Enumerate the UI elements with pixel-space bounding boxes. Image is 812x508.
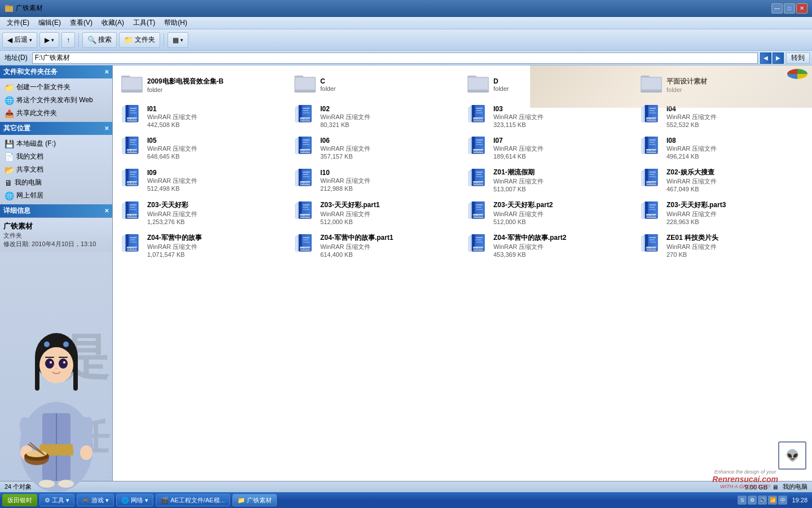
menu-view[interactable]: 查看(V) (65, 17, 97, 29)
svg-rect-176 (476, 204, 483, 205)
minimize-button[interactable]: — (771, 3, 783, 14)
taskbar-games[interactable]: 🎮 游戏 ▾ (77, 494, 114, 506)
up-button[interactable]: ↑ (61, 32, 75, 48)
rar-file-icon: WinRAR (467, 234, 490, 257)
sidebar-item-publish[interactable]: 🌐 将这个文件夹发布到 Web (0, 94, 112, 107)
list-item[interactable]: WinRAR I04WinRAR 压缩文件552,532 KB (637, 102, 807, 131)
sidebar-item-mycomputer[interactable]: 🖥 我的电脑 (0, 176, 112, 189)
folder-file-icon (641, 73, 663, 96)
list-item[interactable]: WinRAR ZE01 科技类片头WinRAR 压缩文件270 KB (637, 230, 807, 261)
menu-tools[interactable]: 工具(T) (129, 17, 160, 29)
list-item[interactable]: WinRAR Z03-天天好彩.part3WinRAR 压缩文件228,963 … (637, 198, 807, 228)
file-type-label: WinRAR 压缩文件 (320, 243, 393, 251)
list-item[interactable]: WinRAR I10WinRAR 压缩文件212,988 KB (290, 165, 461, 195)
start-label: 坂田银时 (7, 496, 32, 505)
list-item[interactable]: Cfolder (290, 70, 461, 99)
views-button[interactable]: ▦ ▾ (167, 32, 188, 48)
list-item[interactable]: 平面设计素材folder (637, 70, 807, 99)
list-item[interactable]: WinRAR Z04-军营中的故事.part1WinRAR 压缩文件614,40… (290, 230, 461, 261)
list-item[interactable]: WinRAR I08WinRAR 压缩文件496,214 KB (637, 133, 807, 163)
start-button[interactable]: 坂田银时 (2, 494, 37, 506)
taskbar-tools[interactable]: ⚙ 工具 ▾ (39, 494, 74, 506)
anime-character-area: 是 任 (0, 252, 112, 492)
tray-icon-network[interactable]: 📶 (768, 496, 777, 505)
rar-file-icon: WinRAR (641, 137, 663, 159)
svg-rect-45 (642, 78, 661, 89)
sidebar-item-network[interactable]: 🌐 网上邻居 (0, 189, 112, 202)
address-input[interactable] (32, 52, 758, 64)
list-item[interactable]: WinRAR I03WinRAR 压缩文件323,115 KB (464, 102, 634, 131)
address-forward-arrow[interactable]: ▶ (773, 52, 784, 64)
svg-rect-194 (130, 237, 136, 238)
file-type-label: WinRAR 压缩文件 (667, 243, 718, 251)
sidebar-item-share[interactable]: 📤 共享此文件夹 (0, 107, 112, 120)
list-item[interactable]: WinRAR Z02-娱乐大搜查WinRAR 压缩文件467,049 KB (637, 165, 807, 195)
sidebar-item-drive-f[interactable]: 💾 本地磁盘 (F:) (0, 137, 112, 150)
tray-icon-1[interactable]: S (738, 496, 747, 505)
list-item[interactable]: WinRAR Z04-军营中的故事WinRAR 压缩文件1,071,547 KB (117, 230, 288, 261)
svg-rect-41 (469, 78, 488, 89)
file-name-label: I04 (667, 105, 717, 113)
menu-edit[interactable]: 编辑(E) (34, 17, 65, 29)
list-item[interactable]: WinRAR I05WinRAR 压缩文件648,645 KB (117, 133, 288, 163)
sidebar-item-newfolder[interactable]: 📁 创建一个新文件夹 (0, 81, 112, 94)
list-item[interactable]: WinRAR Z03-天天好彩WinRAR 压缩文件1,253,276 KB (117, 198, 288, 228)
sidebar-item-mydocs[interactable]: 📄 我的文档 (0, 150, 112, 163)
menu-help[interactable]: 帮助(H) (160, 17, 192, 29)
games-label: 游戏 ▾ (91, 496, 109, 505)
file-name-label: 2009电影电视音效全集-B (147, 77, 223, 86)
svg-rect-204 (303, 239, 308, 240)
svg-rect-9 (73, 357, 78, 391)
list-item[interactable]: WinRAR I02WinRAR 压缩文件80,321 KB (290, 102, 461, 131)
window-controls: — □ ✕ (771, 3, 807, 14)
svg-rect-158 (130, 204, 136, 205)
list-item[interactable]: WinRAR I07WinRAR 压缩文件189,614 KB (464, 133, 634, 163)
list-item[interactable]: 2009电影电视音效全集-Bfolder (117, 70, 288, 99)
taskbar-clock: 19:28 (789, 497, 810, 503)
folder-task-label: 广铁素材 (247, 496, 272, 505)
file-name-label: I02 (320, 105, 370, 113)
search-button[interactable]: 🔍 搜索 (82, 32, 117, 48)
list-item[interactable]: WinRAR I09WinRAR 压缩文件512,498 KB (117, 165, 288, 195)
list-item[interactable]: WinRAR Z04-军营中的故事.part2WinRAR 压缩文件453,36… (464, 230, 634, 261)
list-item[interactable]: WinRAR I01WinRAR 压缩文件442,508 KB (117, 102, 288, 131)
svg-rect-178 (476, 209, 483, 210)
svg-rect-141 (476, 174, 482, 175)
taskbar-ae[interactable]: 🎬 AE工程文件/AE模... (156, 494, 230, 506)
file-type-label: WinRAR 压缩文件 (667, 144, 717, 153)
rar-file-icon: WinRAR (294, 137, 317, 159)
restore-button[interactable]: □ (784, 3, 795, 14)
go-button[interactable]: 转到 (786, 52, 810, 64)
svg-text:WinRAR: WinRAR (299, 182, 311, 185)
svg-rect-167 (303, 204, 310, 205)
svg-rect-123 (130, 174, 135, 175)
close-button[interactable]: ✕ (796, 3, 807, 14)
list-item[interactable]: WinRAR Z03-天天好彩.part1WinRAR 压缩文件512,000 … (290, 198, 461, 228)
forward-button[interactable]: ▶ ▾ (39, 32, 59, 48)
file-name-label: Z01-潮流假期 (493, 168, 544, 177)
menu-file[interactable]: 文件(E) (2, 17, 34, 29)
file-name-label: 平面设计素材 (667, 77, 707, 86)
address-back-arrow[interactable]: ◀ (760, 52, 771, 64)
sidebar-item-shareddocs[interactable]: 📂 共享文档 (0, 163, 112, 176)
file-type-label: WinRAR 压缩文件 (493, 210, 553, 218)
tray-icon-3[interactable]: 🔊 (758, 496, 767, 505)
menu-favorites[interactable]: 收藏(A) (97, 17, 129, 29)
list-item[interactable]: WinRAR Z01-潮流假期WinRAR 压缩文件513,007 KB (464, 165, 634, 195)
folders-button[interactable]: 📁 文件夹 (119, 32, 160, 48)
back-button[interactable]: ◀ 后退 ▾ (2, 32, 37, 48)
taskbar-folder[interactable]: 📁 广铁素材 (232, 494, 277, 506)
svg-rect-124 (130, 176, 136, 177)
list-item[interactable]: WinRAR I06WinRAR 压缩文件357,157 KB (290, 133, 461, 163)
list-item[interactable]: Dfolder (464, 70, 634, 99)
tray-icon-2[interactable]: ⚙ (748, 496, 757, 505)
svg-rect-114 (649, 142, 655, 143)
svg-rect-151 (649, 176, 656, 177)
taskbar-network[interactable]: 🌐 网络 ▾ (116, 494, 153, 506)
svg-rect-33 (122, 78, 142, 89)
svg-rect-133 (303, 176, 310, 177)
svg-text:WinRAR: WinRAR (473, 150, 484, 153)
svg-rect-78 (649, 110, 655, 111)
tray-icon-lang[interactable]: 中 (778, 496, 787, 505)
list-item[interactable]: WinRAR Z03-天天好彩.part2WinRAR 压缩文件512,000 … (464, 198, 634, 228)
